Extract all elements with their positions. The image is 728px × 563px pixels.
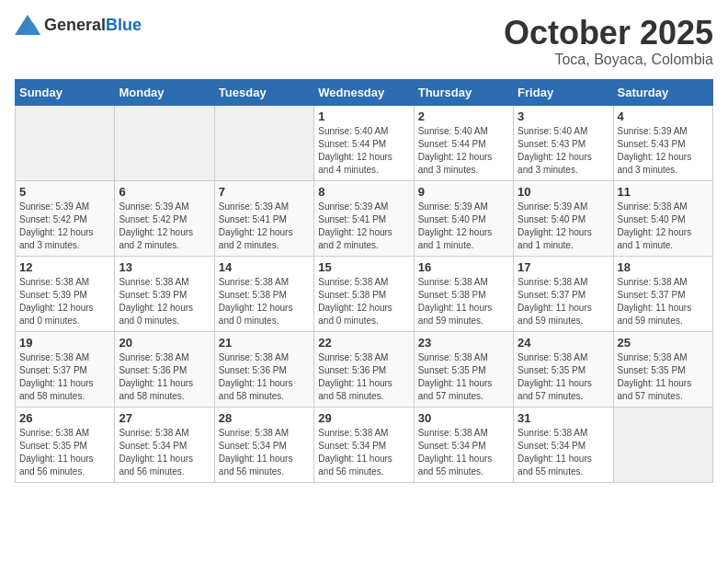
day-number: 5 — [19, 185, 110, 199]
day-info: Sunrise: 5:38 AM Sunset: 5:39 PM Dayligh… — [119, 276, 210, 327]
day-info: Sunrise: 5:38 AM Sunset: 5:34 PM Dayligh… — [119, 427, 210, 478]
day-info: Sunrise: 5:38 AM Sunset: 5:36 PM Dayligh… — [318, 351, 409, 403]
day-number: 6 — [119, 185, 210, 199]
calendar-cell — [16, 105, 115, 180]
day-number: 24 — [518, 336, 609, 350]
day-info: Sunrise: 5:38 AM Sunset: 5:38 PM Dayligh… — [219, 276, 310, 327]
calendar-cell: 14Sunrise: 5:38 AM Sunset: 5:38 PM Dayli… — [214, 256, 313, 331]
day-number: 15 — [318, 260, 409, 274]
day-number: 18 — [618, 260, 709, 274]
day-info: Sunrise: 5:38 AM Sunset: 5:37 PM Dayligh… — [618, 276, 709, 327]
day-info: Sunrise: 5:39 AM Sunset: 5:43 PM Dayligh… — [618, 125, 709, 177]
calendar-week-row: 5Sunrise: 5:39 AM Sunset: 5:42 PM Daylig… — [16, 180, 713, 256]
day-number: 19 — [19, 336, 110, 350]
title-block: October 2025 Toca, Boyaca, Colombia — [504, 15, 713, 68]
calendar-cell: 8Sunrise: 5:39 AM Sunset: 5:41 PM Daylig… — [314, 180, 414, 256]
day-info: Sunrise: 5:39 AM Sunset: 5:41 PM Dayligh… — [318, 201, 409, 252]
day-info: Sunrise: 5:40 AM Sunset: 5:44 PM Dayligh… — [318, 125, 409, 177]
day-number: 1 — [318, 109, 409, 123]
calendar-cell: 4Sunrise: 5:39 AM Sunset: 5:43 PM Daylig… — [613, 105, 712, 180]
month-title: October 2025 — [504, 15, 713, 52]
day-info: Sunrise: 5:38 AM Sunset: 5:37 PM Dayligh… — [19, 351, 110, 403]
day-info: Sunrise: 5:38 AM Sunset: 5:36 PM Dayligh… — [219, 351, 310, 403]
calendar-cell: 23Sunrise: 5:38 AM Sunset: 5:35 PM Dayli… — [414, 331, 513, 407]
day-info: Sunrise: 5:38 AM Sunset: 5:35 PM Dayligh… — [518, 351, 609, 403]
day-info: Sunrise: 5:40 AM Sunset: 5:44 PM Dayligh… — [418, 125, 509, 177]
header-sunday: Sunday — [16, 79, 115, 105]
day-info: Sunrise: 5:38 AM Sunset: 5:37 PM Dayligh… — [518, 276, 609, 327]
logo-text-blue: Blue — [106, 16, 142, 34]
calendar-cell: 16Sunrise: 5:38 AM Sunset: 5:38 PM Dayli… — [414, 256, 513, 331]
calendar-cell: 13Sunrise: 5:38 AM Sunset: 5:39 PM Dayli… — [115, 256, 214, 331]
header-tuesday: Tuesday — [214, 79, 313, 105]
header-saturday: Saturday — [613, 79, 712, 105]
calendar-table: SundayMondayTuesdayWednesdayThursdayFrid… — [15, 79, 713, 483]
calendar-cell: 7Sunrise: 5:39 AM Sunset: 5:41 PM Daylig… — [214, 180, 313, 256]
day-info: Sunrise: 5:40 AM Sunset: 5:43 PM Dayligh… — [518, 125, 609, 177]
calendar-cell: 20Sunrise: 5:38 AM Sunset: 5:36 PM Dayli… — [115, 331, 214, 407]
day-number: 13 — [119, 260, 210, 274]
day-info: Sunrise: 5:38 AM Sunset: 5:39 PM Dayligh… — [19, 276, 110, 327]
calendar-cell — [613, 407, 712, 482]
day-info: Sunrise: 5:38 AM Sunset: 5:35 PM Dayligh… — [618, 351, 709, 403]
day-info: Sunrise: 5:38 AM Sunset: 5:34 PM Dayligh… — [418, 427, 509, 478]
calendar-cell: 30Sunrise: 5:38 AM Sunset: 5:34 PM Dayli… — [414, 407, 513, 482]
calendar-cell — [115, 105, 214, 180]
calendar-cell: 5Sunrise: 5:39 AM Sunset: 5:42 PM Daylig… — [16, 180, 115, 256]
page-header: GeneralBlue October 2025 Toca, Boyaca, C… — [15, 15, 713, 68]
day-info: Sunrise: 5:38 AM Sunset: 5:38 PM Dayligh… — [318, 276, 409, 327]
calendar-cell: 1Sunrise: 5:40 AM Sunset: 5:44 PM Daylig… — [314, 105, 414, 180]
calendar-cell: 11Sunrise: 5:38 AM Sunset: 5:40 PM Dayli… — [613, 180, 712, 256]
day-info: Sunrise: 5:38 AM Sunset: 5:40 PM Dayligh… — [618, 201, 709, 252]
header-thursday: Thursday — [414, 79, 513, 105]
day-number: 9 — [418, 185, 509, 199]
calendar-cell: 10Sunrise: 5:39 AM Sunset: 5:40 PM Dayli… — [514, 180, 613, 256]
day-info: Sunrise: 5:39 AM Sunset: 5:42 PM Dayligh… — [19, 201, 110, 252]
calendar-cell: 6Sunrise: 5:39 AM Sunset: 5:42 PM Daylig… — [115, 180, 214, 256]
day-number: 26 — [19, 411, 110, 425]
day-number: 20 — [119, 336, 210, 350]
day-info: Sunrise: 5:38 AM Sunset: 5:34 PM Dayligh… — [219, 427, 310, 478]
day-info: Sunrise: 5:38 AM Sunset: 5:38 PM Dayligh… — [418, 276, 509, 327]
calendar-cell: 31Sunrise: 5:38 AM Sunset: 5:34 PM Dayli… — [514, 407, 613, 482]
calendar-cell: 29Sunrise: 5:38 AM Sunset: 5:34 PM Dayli… — [314, 407, 414, 482]
day-info: Sunrise: 5:39 AM Sunset: 5:42 PM Dayligh… — [119, 201, 210, 252]
calendar-week-row: 19Sunrise: 5:38 AM Sunset: 5:37 PM Dayli… — [16, 331, 713, 407]
calendar-week-row: 1Sunrise: 5:40 AM Sunset: 5:44 PM Daylig… — [16, 105, 713, 180]
day-number: 28 — [219, 411, 310, 425]
day-number: 29 — [318, 411, 409, 425]
logo: GeneralBlue — [15, 15, 142, 35]
day-number: 30 — [418, 411, 509, 425]
day-number: 2 — [418, 109, 509, 123]
day-number: 16 — [418, 260, 509, 274]
calendar-cell: 19Sunrise: 5:38 AM Sunset: 5:37 PM Dayli… — [16, 331, 115, 407]
day-number: 27 — [119, 411, 210, 425]
logo-icon — [15, 15, 40, 35]
day-info: Sunrise: 5:38 AM Sunset: 5:35 PM Dayligh… — [418, 351, 509, 403]
day-info: Sunrise: 5:38 AM Sunset: 5:36 PM Dayligh… — [119, 351, 210, 403]
calendar-cell: 26Sunrise: 5:38 AM Sunset: 5:35 PM Dayli… — [16, 407, 115, 482]
day-number: 31 — [518, 411, 609, 425]
calendar-cell: 12Sunrise: 5:38 AM Sunset: 5:39 PM Dayli… — [16, 256, 115, 331]
day-info: Sunrise: 5:39 AM Sunset: 5:40 PM Dayligh… — [418, 201, 509, 252]
calendar-cell: 17Sunrise: 5:38 AM Sunset: 5:37 PM Dayli… — [514, 256, 613, 331]
calendar-week-row: 12Sunrise: 5:38 AM Sunset: 5:39 PM Dayli… — [16, 256, 713, 331]
calendar-cell: 15Sunrise: 5:38 AM Sunset: 5:38 PM Dayli… — [314, 256, 414, 331]
day-number: 11 — [618, 185, 709, 199]
calendar-week-row: 26Sunrise: 5:38 AM Sunset: 5:35 PM Dayli… — [16, 407, 713, 482]
calendar-cell: 25Sunrise: 5:38 AM Sunset: 5:35 PM Dayli… — [613, 331, 712, 407]
day-info: Sunrise: 5:39 AM Sunset: 5:40 PM Dayligh… — [518, 201, 609, 252]
day-number: 3 — [518, 109, 609, 123]
calendar-cell: 28Sunrise: 5:38 AM Sunset: 5:34 PM Dayli… — [214, 407, 313, 482]
day-number: 17 — [518, 260, 609, 274]
header-friday: Friday — [514, 79, 613, 105]
calendar-cell: 3Sunrise: 5:40 AM Sunset: 5:43 PM Daylig… — [514, 105, 613, 180]
day-info: Sunrise: 5:38 AM Sunset: 5:34 PM Dayligh… — [318, 427, 409, 478]
header-monday: Monday — [115, 79, 214, 105]
header-wednesday: Wednesday — [314, 79, 414, 105]
calendar-cell: 2Sunrise: 5:40 AM Sunset: 5:44 PM Daylig… — [414, 105, 513, 180]
day-number: 21 — [219, 336, 310, 350]
calendar-cell: 24Sunrise: 5:38 AM Sunset: 5:35 PM Dayli… — [514, 331, 613, 407]
day-number: 8 — [318, 185, 409, 199]
location-title: Toca, Boyaca, Colombia — [504, 52, 713, 68]
